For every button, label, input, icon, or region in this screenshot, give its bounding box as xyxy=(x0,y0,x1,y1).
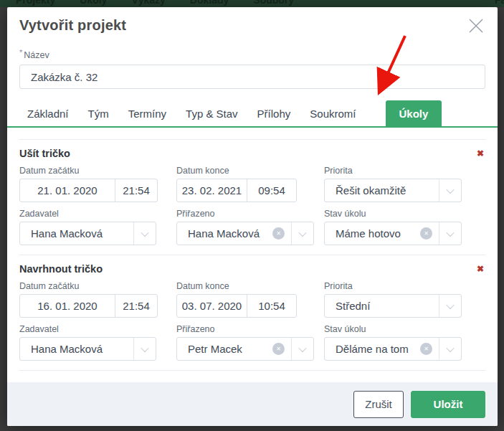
owner-label: Zadavatel xyxy=(19,209,156,219)
modal-tabs: Základní Tým Termíny Typ & Stav Přílohy … xyxy=(7,100,498,126)
tab-zakladni[interactable]: Základní xyxy=(24,100,72,126)
end-date-label: Datum konce xyxy=(176,281,297,291)
name-field-label: *Název xyxy=(19,48,485,61)
status-select[interactable]: Děláme na tom ✕ xyxy=(324,337,462,361)
chevron-down-icon[interactable] xyxy=(439,222,461,245)
start-datetime-input: 16. 01. 2020 21:54 xyxy=(19,294,158,318)
chevron-down-icon[interactable] xyxy=(439,338,461,360)
nav-item-projekty[interactable]: Projekty xyxy=(16,0,55,5)
background-navbar: Projekty Úkoly Výkazy Doklady Soubory Fa… xyxy=(0,0,504,7)
priority-select[interactable]: Řešit okamžitě xyxy=(324,179,462,202)
task-row-navrhnout-tricko: Navrhnout tričko ✖ Datum začátku 16. 01.… xyxy=(19,255,485,371)
end-datetime-input: 03. 07. 2020 10:54 xyxy=(176,294,297,318)
save-button[interactable]: Uložit xyxy=(411,391,485,418)
tab-prilohy[interactable]: Přílohy xyxy=(254,100,295,126)
nav-item-soubory[interactable]: Soubory xyxy=(253,0,294,5)
modal-title: Vytvořit projekt xyxy=(19,17,485,34)
clear-icon[interactable]: ✕ xyxy=(272,343,285,355)
priority-label: Priorita xyxy=(324,281,462,291)
name-field-block: *Název Zakázka č. 32 xyxy=(7,48,498,89)
nav-item-right-partial[interactable]: Faktury xyxy=(495,0,504,5)
status-value: Děláme na tom xyxy=(325,343,420,355)
assignee-label: Přiřazeno xyxy=(176,209,314,219)
modal-header: Vytvořit projekt xyxy=(7,7,498,34)
end-datetime-input: 23. 02. 2021 09:54 xyxy=(176,179,297,202)
tabs-underline xyxy=(7,126,498,128)
end-date-input[interactable]: 03. 07. 2020 xyxy=(177,295,247,317)
status-select[interactable]: Máme hotovo ✕ xyxy=(324,222,462,245)
task-title: Ušít tričko xyxy=(19,148,70,159)
chevron-down-icon[interactable] xyxy=(292,338,313,360)
chevron-down-icon[interactable] xyxy=(134,338,156,360)
start-date-input[interactable]: 21. 01. 2020 xyxy=(20,179,115,202)
assignee-value: Hana Macková xyxy=(177,227,272,240)
status-label: Stav úkolu xyxy=(324,209,462,219)
chevron-down-icon[interactable] xyxy=(439,179,461,202)
assignee-label: Přiřazeno xyxy=(176,324,314,334)
start-time-input[interactable]: 21:54 xyxy=(115,295,157,317)
priority-label: Priorita xyxy=(324,166,462,176)
task-title: Navrhnout tričko xyxy=(19,263,103,275)
assignee-select[interactable]: Petr Macek ✕ xyxy=(176,337,314,361)
project-name-value: Zakázka č. 32 xyxy=(31,71,98,83)
owner-label: Zadavatel xyxy=(19,324,156,334)
start-date-label: Datum začátku xyxy=(19,166,158,176)
remove-task-icon[interactable]: ✖ xyxy=(475,148,485,159)
priority-value: Střední xyxy=(325,300,439,312)
nav-item-vykazy[interactable]: Výkazy xyxy=(131,0,165,5)
task-row-usit-tricko: Ušít tričko ✖ Datum začátku 21. 01. 2020… xyxy=(19,139,485,255)
end-time-input[interactable]: 10:54 xyxy=(247,295,296,317)
tab-ukoly-active[interactable]: Úkoly xyxy=(386,100,442,126)
project-name-input[interactable]: Zakázka č. 32 xyxy=(19,65,485,89)
clear-icon[interactable]: ✕ xyxy=(420,227,432,240)
tab-terminy[interactable]: Termíny xyxy=(125,100,170,126)
owner-value: Hana Macková xyxy=(20,343,133,355)
owner-select[interactable]: Hana Macková xyxy=(19,337,156,361)
start-date-label: Datum začátku xyxy=(19,281,158,291)
cancel-button[interactable]: Zrušit xyxy=(353,391,404,418)
clear-icon[interactable]: ✕ xyxy=(272,227,285,240)
priority-select[interactable]: Střední xyxy=(324,294,462,318)
tab-soukromi[interactable]: Soukromí xyxy=(306,100,359,126)
chevron-down-icon[interactable] xyxy=(292,222,313,245)
modal-footer: Zrušit Uložit xyxy=(7,382,498,426)
close-button[interactable] xyxy=(465,14,488,37)
nav-item-ukoly[interactable]: Úkoly xyxy=(80,0,107,5)
remove-task-icon[interactable]: ✖ xyxy=(475,263,485,275)
nav-item-doklady[interactable]: Doklady xyxy=(190,0,229,5)
end-date-label: Datum konce xyxy=(176,166,297,176)
status-label: Stav úkolu xyxy=(324,324,462,334)
owner-select[interactable]: Hana Macková xyxy=(19,222,156,245)
priority-value: Řešit okamžitě xyxy=(325,184,439,196)
owner-value: Hana Macková xyxy=(20,227,133,240)
tasks-list: Ušít tričko ✖ Datum začátku 21. 01. 2020… xyxy=(7,139,498,371)
close-icon xyxy=(468,18,484,34)
tab-tym[interactable]: Tým xyxy=(85,100,113,126)
required-asterisk: * xyxy=(19,48,22,57)
chevron-down-icon[interactable] xyxy=(439,295,461,317)
clear-icon[interactable]: ✕ xyxy=(420,343,432,355)
start-date-input[interactable]: 16. 01. 2020 xyxy=(20,295,115,317)
start-datetime-input: 21. 01. 2020 21:54 xyxy=(19,179,158,202)
end-date-input[interactable]: 23. 02. 2021 xyxy=(177,179,247,202)
start-time-input[interactable]: 21:54 xyxy=(115,179,157,202)
create-project-modal: Vytvořit projekt *Název Zakázka č. 32 Zá… xyxy=(7,7,498,426)
assignee-value: Petr Macek xyxy=(177,343,272,355)
chevron-down-icon[interactable] xyxy=(134,222,156,245)
tab-typ-stav[interactable]: Typ & Stav xyxy=(182,100,242,126)
assignee-select[interactable]: Hana Macková ✕ xyxy=(176,222,314,245)
status-value: Máme hotovo xyxy=(325,227,420,240)
end-time-input[interactable]: 09:54 xyxy=(247,179,296,202)
